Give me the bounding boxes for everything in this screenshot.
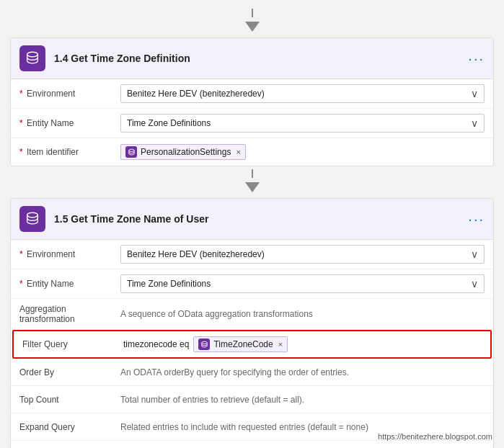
card2-environment-row: * Environment Benitez Here DEV (benitezh…: [11, 240, 493, 269]
required-star: *: [19, 118, 23, 128]
card1-entityname-row: * Entity Name Time Zone Definitions ∨: [11, 109, 493, 138]
card2-topcount-value: Total number of entries to retrieve (def…: [120, 395, 485, 405]
card1-environment-value: Benitez Here DEV (benitezheredev): [127, 89, 265, 99]
card1-environment-row: * Environment Benitez Here DEV (benitezh…: [11, 79, 493, 109]
card2-environment-label: * Environment: [19, 249, 120, 259]
required-star: *: [19, 249, 23, 259]
card1-entityname-value: Time Zone Definitions: [127, 118, 211, 128]
card2-aggregation-text: A sequence of OData aggregation transfor…: [120, 309, 313, 319]
card-1-title: 1.4 Get Time Zone Definition: [54, 53, 459, 64]
card2-orderby-row: Order By An ODATA orderBy query for spec…: [11, 359, 493, 386]
card1-itemid-tag: PersonalizationSettings ×: [120, 144, 246, 160]
card-1: 1.4 Get Time Zone Definition ··· * Envir…: [10, 37, 494, 166]
required-star: *: [19, 147, 23, 157]
card2-orderby-text: An ODATA orderBy query for specifying th…: [120, 367, 349, 377]
card2-entityname-arrow-icon: ∨: [471, 278, 478, 290]
card1-itemid-label: * Item identifier: [19, 147, 120, 157]
card1-itemid-tag-close[interactable]: ×: [236, 148, 240, 156]
required-star: *: [19, 89, 23, 99]
required-star: *: [19, 279, 23, 289]
card2-filter-tag-text: TimeZoneCode: [213, 339, 273, 349]
card1-entityname-label: * Entity Name: [19, 118, 120, 128]
card1-environment-label: * Environment: [19, 89, 120, 99]
svg-point-0: [27, 52, 38, 56]
card2-topcount-row: Top Count Total number of entries to ret…: [11, 386, 493, 413]
card1-environment-dropdown[interactable]: Benitez Here DEV (benitezheredev) ∨: [120, 84, 485, 103]
card-1-header: 1.4 Get Time Zone Definition ···: [11, 38, 493, 79]
card2-entityname-value: Time Zone Definitions: [127, 279, 211, 289]
card-2-body: * Environment Benitez Here DEV (benitezh…: [11, 240, 493, 448]
card2-topcount-label: Top Count: [19, 395, 120, 405]
card2-aggregation-row: Aggregation transformation A sequence of…: [11, 299, 493, 330]
card2-filter-input[interactable]: timezonecode eq TimeZoneCode ×: [123, 336, 482, 352]
card2-filterquery-label: Filter Query: [22, 339, 123, 349]
card2-environment-dropdown[interactable]: Benitez Here DEV (benitezheredev) ∨: [120, 245, 485, 264]
filter-tag-icon: [198, 339, 210, 350]
card1-itemid-value: PersonalizationSettings ×: [120, 144, 485, 160]
card2-aggregation-label: Aggregation transformation: [19, 304, 120, 324]
card2-environment-value: Benitez Here DEV (benitezheredev): [127, 249, 265, 259]
card2-filterquery-value[interactable]: timezonecode eq TimeZoneCode ×: [123, 336, 482, 352]
card2-expandquery-text: Related entries to include with requeste…: [120, 422, 368, 432]
svg-point-2: [27, 212, 38, 217]
card2-entityname-dropdown[interactable]: Time Zone Definitions ∨: [120, 274, 485, 293]
card2-filter-tag-close[interactable]: ×: [278, 340, 283, 349]
card2-orderby-value: An ODATA orderBy query for specifying th…: [120, 367, 485, 377]
card1-environment-arrow-icon: ∨: [471, 88, 478, 99]
card2-orderby-label: Order By: [19, 367, 120, 377]
card2-filter-tag: TimeZoneCode ×: [193, 336, 288, 352]
svg-point-1: [128, 149, 133, 151]
card2-filterquery-row: Filter Query timezonecode eq TimeZone: [12, 330, 492, 359]
watermark: https://benitezhere.blogspot.com: [378, 432, 492, 441]
card1-itemid-tag-text: PersonalizationSettings: [141, 147, 231, 157]
card2-expandquery-label: Expand Query: [19, 422, 120, 432]
card-2-header: 1.5 Get Time Zone Name of User ···: [11, 199, 493, 240]
card-1-body: * Environment Benitez Here DEV (benitezh…: [11, 79, 493, 166]
card-2-menu[interactable]: ···: [468, 211, 485, 228]
card2-expandquery-value: Related entries to include with requeste…: [120, 422, 485, 432]
card2-filter-prefix: timezonecode eq: [123, 339, 189, 349]
card1-entityname-arrow-icon: ∨: [471, 117, 478, 129]
hide-advanced-button[interactable]: Hide advanced options ∧: [11, 441, 493, 448]
card-1-menu[interactable]: ···: [468, 50, 485, 67]
card2-entityname-label: * Entity Name: [19, 279, 120, 289]
card-2-title: 1.5 Get Time Zone Name of User: [54, 213, 459, 225]
svg-point-3: [202, 341, 207, 344]
card-2-icon: [19, 206, 45, 232]
card2-environment-arrow-icon: ∨: [471, 248, 478, 260]
card-1-icon: [19, 45, 45, 71]
card1-itemid-row: * Item identifier PersonalizationSetting…: [11, 138, 493, 166]
card1-entityname-dropdown[interactable]: Time Zone Definitions ∨: [120, 114, 485, 133]
card2-topcount-text: Total number of entries to retrieve (def…: [120, 395, 304, 405]
card2-entityname-row: * Entity Name Time Zone Definitions ∨: [11, 269, 493, 299]
card-2: 1.5 Get Time Zone Name of User ··· * Env…: [10, 198, 494, 448]
card2-aggregation-value: A sequence of OData aggregation transfor…: [120, 309, 485, 319]
tag-chip-icon: [125, 146, 137, 158]
